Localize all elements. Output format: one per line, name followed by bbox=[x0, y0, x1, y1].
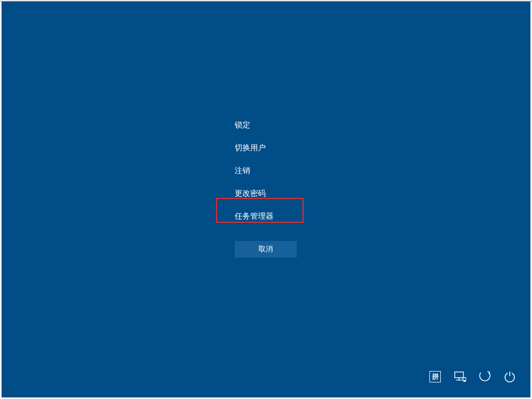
ime-icon: 拼 bbox=[429, 371, 441, 382]
cancel-button[interactable]: 取消 bbox=[235, 241, 297, 258]
ime-button[interactable]: 拼 bbox=[429, 370, 441, 383]
change-password-label: 更改密码 bbox=[235, 189, 266, 197]
sign-out-label: 注销 bbox=[235, 166, 250, 175]
ease-of-access-button[interactable] bbox=[479, 370, 491, 383]
change-password-option[interactable]: 更改密码 bbox=[234, 182, 275, 205]
ease-of-access-icon bbox=[479, 370, 491, 383]
system-tray: 拼 bbox=[429, 370, 516, 383]
network-button[interactable] bbox=[454, 370, 466, 383]
switch-user-option[interactable]: 切换用户 bbox=[234, 136, 275, 159]
lock-option[interactable]: 锁定 bbox=[234, 113, 275, 136]
secure-attention-screen: 锁定 切换用户 注销 更改密码 任务管理器 取消 拼 bbox=[2, 2, 530, 397]
power-icon bbox=[504, 370, 516, 383]
sign-out-option[interactable]: 注销 bbox=[234, 159, 275, 182]
cancel-label: 取消 bbox=[258, 245, 273, 253]
security-options-menu: 锁定 切换用户 注销 更改密码 任务管理器 bbox=[234, 113, 275, 227]
task-manager-label: 任务管理器 bbox=[235, 211, 274, 220]
power-button[interactable] bbox=[504, 370, 516, 383]
svg-rect-0 bbox=[455, 372, 464, 378]
switch-user-label: 切换用户 bbox=[235, 143, 266, 152]
lock-label: 锁定 bbox=[235, 120, 250, 129]
task-manager-option[interactable]: 任务管理器 bbox=[234, 205, 275, 227]
network-icon bbox=[454, 370, 466, 383]
